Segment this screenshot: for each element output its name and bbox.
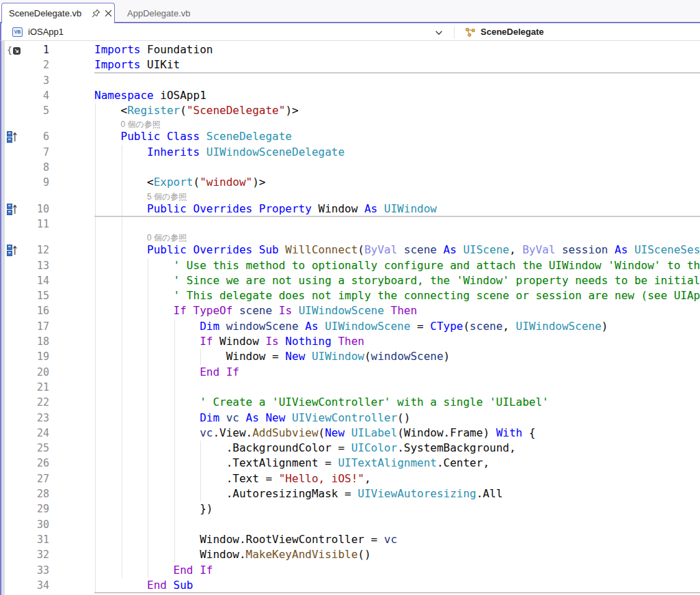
gutter[interactable]: 26 [1, 456, 94, 471]
codelens-row[interactable]: 0 個の参照 [1, 232, 700, 243]
line-number: 5 [1, 103, 49, 118]
codelens-references-link[interactable]: 0 個の参照 [121, 120, 161, 129]
code-line[interactable]: 6Public Class SceneDelegate [1, 129, 700, 144]
vs-editor-window: SceneDelegate.vb AppDelegate.vb VB iOSAp… [0, 0, 700, 595]
codelens-references-link[interactable]: 0 個の参照 [147, 233, 187, 243]
gutter[interactable] [1, 191, 94, 202]
line-number: 28 [1, 486, 49, 501]
pin-icon[interactable] [90, 8, 102, 19]
gutter[interactable]: 31 [1, 532, 94, 547]
code-line[interactable]: 17Dim windowScene As UIWindowScene = CTy… [1, 319, 700, 334]
gutter[interactable]: 21 [1, 380, 94, 395]
code-line[interactable]: 19Window = New UIWindow(windowScene) [1, 349, 700, 364]
gutter[interactable]: 23 [1, 411, 94, 426]
gutter[interactable]: 20 [1, 365, 94, 380]
code-line[interactable]: 5<Register("SceneDelegate")> [1, 103, 700, 118]
code-line[interactable]: 14' Since we are not using a storyboard,… [1, 273, 700, 288]
gutter[interactable]: 7 [1, 145, 94, 160]
code-line[interactable]: 16If TypeOf scene Is UIWindowScene Then [1, 303, 700, 318]
gutter[interactable]: {1 [1, 42, 94, 57]
gutter[interactable]: 9 [1, 175, 94, 190]
code-line[interactable]: 32Window.MakeKeyAndVisible() [1, 547, 700, 562]
gutter[interactable]: 8 [1, 160, 94, 175]
line-number: 34 [1, 578, 49, 593]
code-line[interactable]: 29}) [1, 501, 700, 516]
line-number: 3 [1, 73, 49, 88]
code-line[interactable]: 10Public Overrides Property Window As UI… [1, 202, 700, 217]
line-number: 15 [1, 288, 49, 303]
code-line[interactable]: 4Namespace iOSApp1 [1, 88, 700, 103]
code-editor[interactable]: {1Imports Foundation2Imports UIKit34Name… [0, 41, 700, 595]
gutter[interactable]: 24 [1, 426, 94, 441]
code-line[interactable]: 26.TextAlignment = UITextAlignment.Cente… [1, 456, 700, 471]
code-line[interactable]: 22' Create a 'UIViewController' with a s… [1, 395, 700, 410]
gutter[interactable]: 4 [1, 88, 94, 103]
code-line[interactable]: 11 [1, 217, 700, 232]
codelens-row[interactable]: 0 個の参照 [1, 118, 700, 129]
gutter[interactable] [1, 118, 94, 129]
code-line[interactable]: 7Inherits UIWindowSceneDelegate [1, 145, 700, 160]
line-number: 33 [1, 563, 49, 578]
gutter[interactable]: 34 [1, 578, 94, 593]
gutter[interactable]: 10 [1, 202, 94, 217]
tab-appdelegate[interactable]: AppDelegate.vb [116, 3, 238, 23]
code-line[interactable]: 33End If [1, 563, 700, 578]
gutter[interactable]: 2 [1, 57, 94, 72]
gutter[interactable]: 19 [1, 349, 94, 364]
code-line[interactable]: 20End If [1, 365, 700, 380]
gutter[interactable]: 6 [1, 129, 94, 144]
gutter[interactable]: 12 [1, 243, 94, 258]
code-line[interactable]: 25.BackgroundColor = UIColor.SystemBackg… [1, 441, 700, 456]
gutter[interactable]: 33 [1, 563, 94, 578]
code-line[interactable]: 12Public Overrides Sub WillConnect(ByVal… [1, 243, 700, 258]
gutter[interactable]: 29 [1, 501, 94, 516]
gutter[interactable]: 16 [1, 303, 94, 318]
navbar-divider [454, 26, 455, 38]
gutter[interactable]: 5 [1, 103, 94, 118]
gutter[interactable]: 17 [1, 319, 94, 334]
type-dropdown[interactable]: SceneDelegate [458, 23, 697, 40]
code-line[interactable]: 24vc.View.AddSubview(New UILabel(Window.… [1, 426, 700, 441]
project-dropdown[interactable]: VB iOSApp1 [5, 23, 450, 40]
line-number: 13 [1, 258, 49, 273]
gutter[interactable]: 32 [1, 547, 94, 562]
line-number: 20 [1, 365, 49, 380]
code-line[interactable]: 27.Text = "Hello, iOS!", [1, 471, 700, 486]
gutter[interactable]: 13 [1, 258, 94, 273]
gutter[interactable]: 28 [1, 486, 94, 501]
code-line[interactable]: 28.AutoresizingMask = UIViewAutoresizing… [1, 486, 700, 501]
codelens-references-link[interactable]: 5 個の参照 [147, 192, 187, 202]
close-icon[interactable] [102, 8, 114, 19]
gutter[interactable]: 25 [1, 441, 94, 456]
code-line[interactable]: 34End Sub [1, 578, 700, 593]
code-line[interactable]: 18If Window Is Nothing Then [1, 334, 700, 349]
code-line[interactable]: 31Window.RootViewController = vc [1, 532, 700, 547]
tab-scenedelegate[interactable]: SceneDelegate.vb [1, 3, 115, 23]
gutter[interactable]: 14 [1, 273, 94, 288]
gutter[interactable]: 27 [1, 471, 94, 486]
codelens-row[interactable]: 5 個の参照 [1, 191, 700, 202]
code-line[interactable]: 15' This delegate does not imply the con… [1, 288, 700, 303]
code-line[interactable]: 3 [1, 73, 700, 88]
gutter[interactable]: 30 [1, 517, 94, 532]
line-number: 21 [1, 380, 49, 395]
code-line[interactable]: 21 [1, 380, 700, 395]
gutter[interactable] [1, 232, 94, 243]
gutter[interactable]: 22 [1, 395, 94, 410]
line-number: 2 [1, 57, 49, 72]
gutter[interactable]: 3 [1, 73, 94, 88]
code-line[interactable]: {1Imports Foundation [1, 42, 700, 57]
code-line[interactable]: 9<Export("window")> [1, 175, 700, 190]
gutter[interactable]: 11 [1, 217, 94, 232]
code-line[interactable]: 2Imports UIKit [1, 57, 700, 72]
chevron-down-icon[interactable] [435, 27, 443, 40]
code-line[interactable]: 13' Use this method to optionally config… [1, 258, 700, 273]
gutter[interactable]: 15 [1, 288, 94, 303]
line-number: 25 [1, 441, 49, 456]
code-line[interactable]: 23Dim vc As New UIViewController() [1, 411, 700, 426]
code-line[interactable]: 8 [1, 160, 700, 175]
line-number: 29 [1, 501, 49, 516]
gutter[interactable]: 18 [1, 334, 94, 349]
line-number: 18 [1, 334, 49, 349]
code-line[interactable]: 30 [1, 517, 700, 532]
